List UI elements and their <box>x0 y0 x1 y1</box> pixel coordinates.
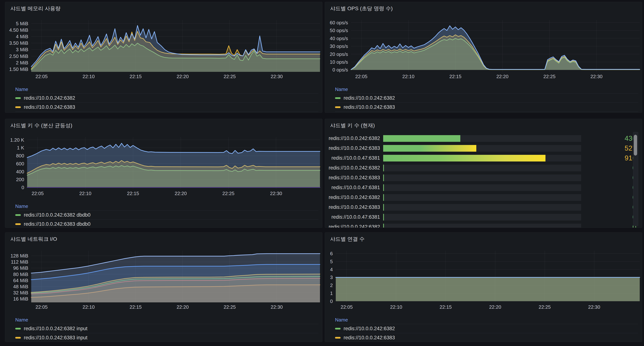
legend-item[interactable]: redis://10.0.0.242:6382 input <box>15 324 318 333</box>
bar-gauge-bar <box>383 184 384 191</box>
legend-item[interactable]: redis://10.0.0.242:6382 <box>335 324 638 333</box>
bar-gauge-bar <box>383 204 384 211</box>
legend-item[interactable]: redis://10.0.0.242:6383 <box>335 102 638 112</box>
legend-series-label[interactable]: redis://10.0.0.242:6382 <box>24 95 75 101</box>
svg-text:22:05: 22:05 <box>36 74 48 79</box>
legend-item[interactable]: redis://10.0.0.242:6383 <box>15 102 318 112</box>
legend: Nameredis://10.0.0.242:6382redis://10.0.… <box>335 316 638 342</box>
series-color-swatch <box>15 106 21 108</box>
legend-header-name[interactable]: Name <box>15 85 318 93</box>
scrollbar-track[interactable] <box>633 132 638 226</box>
legend-series-label[interactable]: redis://10.0.0.242:6382 <box>344 326 395 332</box>
panel-title[interactable]: 샤드별 키 수 (현재) <box>325 119 642 129</box>
svg-text:96 MiB: 96 MiB <box>13 265 28 271</box>
svg-text:22:30: 22:30 <box>588 304 600 310</box>
series-color-swatch <box>335 97 340 99</box>
legend-item[interactable]: redis://10.0.0.47:6381 <box>15 112 318 113</box>
legend-header-name[interactable]: Name <box>15 202 318 210</box>
legend-header-name[interactable]: Name <box>335 85 638 93</box>
legend-header-name[interactable]: Name <box>335 316 638 324</box>
legend-item[interactable]: redis://10.0.0.242:6382 <box>15 93 318 102</box>
bar-gauge-row: redis://10.0.0.242:63820 <box>325 222 642 228</box>
chart-canvas[interactable]: 5 MiB4.50 MiB4 MiB3.50 MiB3 MiB2.50 MiB2… <box>5 12 322 82</box>
svg-text:22:10: 22:10 <box>402 74 414 79</box>
legend-item[interactable]: redis://10.0.0.242:6382 <box>335 93 638 102</box>
bar-gauge-row: redis://10.0.0.47:63810 <box>325 183 642 192</box>
bar-gauge-row: redis://10.0.0.242:6383527 <box>325 143 642 153</box>
bar-gauge-track <box>383 214 581 220</box>
svg-text:0: 0 <box>330 299 333 304</box>
bar-gauge-label: redis://10.0.0.242:6382 <box>325 224 383 228</box>
panel-key-count-current: 샤드별 키 수 (현재) redis://10.0.0.242:6382436r… <box>325 119 642 228</box>
legend-item[interactable]: redis://10.0.0.47:6381 <box>335 112 638 113</box>
legend-item[interactable]: redis://10.0.0.242:6382 dbdb0 <box>15 210 318 219</box>
bar-gauge-label: redis://10.0.0.47:6381 <box>325 185 383 190</box>
svg-text:22:20: 22:20 <box>176 304 189 310</box>
panel-title[interactable]: 샤드별 메모리 사용량 <box>5 2 322 12</box>
legend-item[interactable]: redis://10.0.0.242:6383 input <box>15 333 318 342</box>
svg-text:20 ops/s: 20 ops/s <box>330 51 348 57</box>
series-color-swatch <box>335 106 340 108</box>
panel-body: 1.20 K1 K800600400200022:0522:1022:1522:… <box>5 129 322 228</box>
bar-gauge-row: redis://10.0.0.242:63830 <box>325 202 642 212</box>
series-color-swatch <box>335 337 340 339</box>
chart-canvas[interactable]: 654321022:0522:1022:1522:2022:2522:30 <box>325 243 642 312</box>
svg-text:2.50 MiB: 2.50 MiB <box>9 53 28 59</box>
bar-gauge-bar <box>383 135 460 142</box>
panel-title[interactable]: 샤드별 연결 수 <box>325 233 642 243</box>
svg-text:80 MiB: 80 MiB <box>13 272 28 277</box>
svg-text:48 MiB: 48 MiB <box>13 284 28 289</box>
legend: Nameredis://10.0.0.242:6382 dbdb0redis:/… <box>15 202 318 228</box>
svg-text:1.20 K: 1.20 K <box>10 137 24 143</box>
bar-gauge-label: redis://10.0.0.242:6383 <box>325 204 383 210</box>
svg-text:22:05: 22:05 <box>355 74 367 79</box>
svg-text:22:30: 22:30 <box>271 304 283 310</box>
svg-text:22:10: 22:10 <box>82 304 95 310</box>
panel-title[interactable]: 샤드별 OPS (초당 명령 수) <box>325 2 642 12</box>
legend-series-label[interactable]: redis://10.0.0.242:6382 input <box>24 326 88 332</box>
svg-text:1: 1 <box>330 291 333 296</box>
panel-title[interactable]: 샤드별 네트워크 I/O <box>5 233 322 243</box>
series-color-swatch <box>15 337 21 339</box>
chart-canvas[interactable]: 128 MiB112 MiB96 MiB80 MiB64 MiB48 MiB32… <box>5 243 322 312</box>
legend-series-label[interactable]: redis://10.0.0.242:6383 <box>344 104 395 110</box>
bar-gauge-label: redis://10.0.0.47:6381 <box>325 214 383 220</box>
svg-text:22:30: 22:30 <box>271 74 283 79</box>
svg-text:6: 6 <box>330 251 333 256</box>
bar-gauge-track <box>383 155 581 162</box>
bar-gauge-row: redis://10.0.0.242:63830 <box>325 173 642 183</box>
svg-text:22:10: 22:10 <box>79 191 91 196</box>
chart-canvas[interactable]: 60 ops/s50 ops/s40 ops/s30 ops/s20 ops/s… <box>325 12 642 82</box>
bar-gauge-row: redis://10.0.0.47:6381916 <box>325 153 642 163</box>
legend-series-label[interactable]: redis://10.0.0.242:6383 <box>24 104 75 110</box>
svg-text:22:30: 22:30 <box>270 191 282 196</box>
panel-body: 128 MiB112 MiB96 MiB80 MiB64 MiB48 MiB32… <box>5 243 322 342</box>
bar-gauge-label: redis://10.0.0.47:6381 <box>325 155 383 161</box>
series-color-swatch <box>15 97 21 99</box>
legend-series-label[interactable]: redis://10.0.0.242:6383 <box>344 335 395 341</box>
panel-body: 5 MiB4.50 MiB4 MiB3.50 MiB3 MiB2.50 MiB2… <box>5 12 322 113</box>
panel-body: 60 ops/s50 ops/s40 ops/s30 ops/s20 ops/s… <box>325 12 642 113</box>
svg-text:22:25: 22:25 <box>224 304 236 310</box>
grafana-dashboard: 샤드별 메모리 사용량 5 MiB4.50 MiB4 MiB3.50 MiB3 … <box>0 0 644 346</box>
bar-gauge-track <box>383 165 581 171</box>
svg-text:22:15: 22:15 <box>127 191 139 196</box>
legend-series-label[interactable]: redis://10.0.0.242:6382 dbdb0 <box>24 212 90 218</box>
svg-text:600: 600 <box>16 161 24 167</box>
panel-network-io: 샤드별 네트워크 I/O 128 MiB112 MiB96 MiB80 MiB6… <box>5 232 322 342</box>
legend: Nameredis://10.0.0.242:6382redis://10.0.… <box>335 85 638 113</box>
legend-item[interactable]: redis://10.0.0.242:6383 <box>335 333 638 342</box>
legend-series-label[interactable]: redis://10.0.0.242:6382 <box>344 95 395 101</box>
legend-series-label[interactable]: redis://10.0.0.242:6383 dbdb0 <box>24 221 90 227</box>
legend-header-name[interactable]: Name <box>15 316 318 324</box>
svg-text:1.50 MiB: 1.50 MiB <box>9 66 28 72</box>
scrollbar-thumb[interactable] <box>634 135 637 156</box>
legend-series-label[interactable]: redis://10.0.0.242:6383 input <box>24 335 88 341</box>
bar-gauge-row: redis://10.0.0.242:6382436 <box>325 134 642 143</box>
legend-item[interactable]: redis://10.0.0.242:6383 dbdb0 <box>15 219 318 228</box>
panel-title[interactable]: 샤드별 키 수 (분산 균등성) <box>5 119 322 129</box>
chart-canvas[interactable]: 1.20 K1 K800600400200022:0522:1022:1522:… <box>5 129 322 199</box>
panel-ops-per-shard: 샤드별 OPS (초당 명령 수) 60 ops/s50 ops/s40 ops… <box>325 2 642 113</box>
svg-text:4: 4 <box>330 267 333 272</box>
bar-gauge-label: redis://10.0.0.242:6382 <box>325 136 383 141</box>
